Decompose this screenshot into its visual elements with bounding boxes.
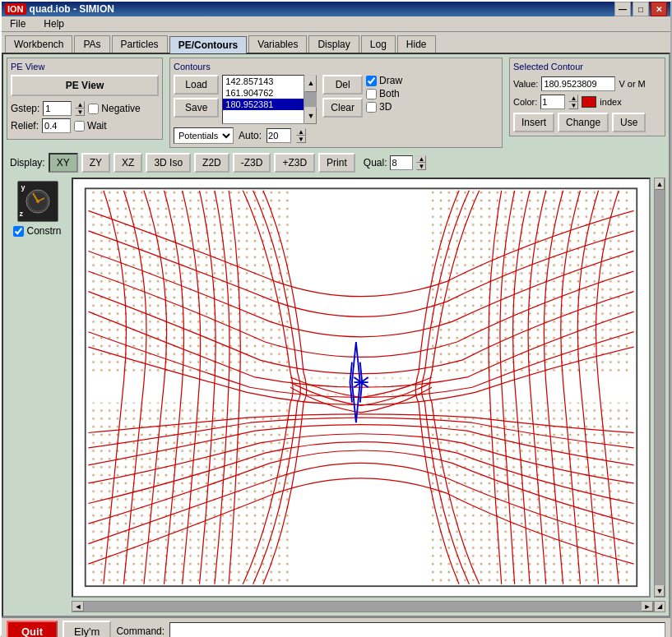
display-z2d-button[interactable]: Z2D (194, 153, 229, 173)
auto-down[interactable]: ▼ (296, 136, 306, 143)
contour-item-1[interactable]: 142.857143 (223, 76, 304, 87)
close-button[interactable]: ✕ (651, 2, 667, 16)
wait-label: Wait (87, 120, 107, 132)
tab-display[interactable]: Display (308, 35, 359, 53)
clear-button[interactable]: Clear (322, 98, 363, 118)
tab-pe-contours[interactable]: PE/Contours (169, 36, 248, 53)
hscroll-left-button[interactable]: ◄ (72, 602, 84, 612)
sc-value-input[interactable] (541, 76, 615, 91)
contour-list[interactable]: 142.857143 161.904762 180.952381 (222, 75, 304, 124)
display-negz3d-button[interactable]: -Z3D (233, 153, 271, 173)
pe-view-section: PE View PE View Gstep: ▲ ▼ Negative Reli… (7, 58, 163, 140)
sc-action-buttons: Insert Change Use (513, 113, 661, 132)
auto-label: Auto: (239, 130, 262, 141)
compass: y z (17, 181, 58, 222)
color-swatch (582, 96, 596, 108)
app-window: ION quad.iob - SIMION — □ ✕ File Help Wo… (0, 0, 672, 637)
scrollbar-bottom-row: ◄ ► ◢ (72, 601, 665, 612)
change-button[interactable]: Change (558, 113, 609, 132)
auto-input[interactable] (266, 128, 291, 143)
constrain-checkbox[interactable] (13, 226, 24, 237)
scroll-up-button[interactable]: ▲ (655, 178, 665, 190)
del-button[interactable]: Del (322, 75, 363, 95)
draw-check-label: Draw (366, 75, 402, 86)
contours-inner: Load Save 142.857143 161.904762 180.9523… (174, 75, 498, 124)
sc-value-suffix: V or M (619, 79, 645, 89)
main-panel: PE View PE View Gstep: ▲ ▼ Negative Reli… (2, 53, 670, 617)
negative-checkbox[interactable] (88, 104, 99, 114)
gstep-up[interactable]: ▲ (75, 101, 85, 108)
minimize-button[interactable]: — (614, 2, 631, 16)
qual-label: Qual: (364, 157, 387, 168)
plot-svg (73, 179, 649, 596)
tab-pas[interactable]: PAs (74, 35, 109, 53)
contour-item-3[interactable]: 180.952381 (223, 99, 304, 110)
3d-checkbox[interactable] (366, 102, 377, 113)
scroll-corner: ◢ (654, 601, 665, 612)
compass-y-label: y (21, 183, 25, 192)
qual-down[interactable]: ▼ (416, 163, 426, 170)
checks-area: Draw Both 3D (366, 75, 402, 113)
both-checkbox[interactable] (366, 89, 377, 99)
load-button[interactable]: Load (174, 75, 219, 95)
tab-particles[interactable]: Particles (112, 35, 168, 53)
title-bar-controls: — □ ✕ (614, 2, 667, 16)
tab-variables[interactable]: Variables (248, 35, 307, 53)
title-bar-left: ION quad.iob - SIMION (5, 3, 114, 15)
display-3diso-button[interactable]: 3D Iso (146, 153, 191, 173)
list-scroll-up[interactable]: ▲ (304, 75, 317, 92)
elym-button[interactable]: Ely'm (63, 621, 111, 638)
sc-color-input[interactable] (540, 95, 565, 109)
constrain-row: Constrn (13, 225, 61, 237)
display-posz3d-button[interactable]: +Z3D (274, 153, 315, 173)
list-scroll-down[interactable]: ▼ (304, 107, 317, 124)
sc-color-spinner: ▲ ▼ (568, 95, 578, 109)
contour-list-area: 142.857143 161.904762 180.952381 ▲ ▼ (222, 75, 304, 124)
maximize-button[interactable]: □ (633, 2, 649, 16)
display-zy-button[interactable]: ZY (81, 153, 110, 173)
wait-checkbox[interactable] (74, 121, 85, 132)
pe-view-button[interactable]: PE View (11, 75, 159, 96)
sc-color-row: Color: ▲ ▼ index (513, 95, 661, 109)
display-xz-button[interactable]: XZ (114, 153, 142, 173)
hscroll-track (84, 602, 642, 612)
both-check-label: Both (366, 88, 402, 99)
quit-button[interactable]: Quit (7, 621, 58, 638)
scrollbar-right[interactable]: ▲ ▼ (654, 178, 665, 598)
relief-input[interactable] (42, 118, 71, 133)
sc-color-up[interactable]: ▲ (568, 95, 578, 102)
tab-workbench[interactable]: Workbench (5, 35, 72, 53)
qual-up[interactable]: ▲ (416, 155, 426, 163)
main-viewport[interactable] (72, 178, 651, 598)
horizontal-scrollbar[interactable]: ◄ ► (72, 601, 654, 612)
tab-hide[interactable]: Hide (397, 35, 436, 53)
draw-checkbox[interactable] (366, 76, 377, 86)
command-input[interactable] (169, 622, 665, 637)
menu-file[interactable]: File (5, 16, 30, 31)
pe-view-title: PE View (11, 62, 159, 72)
selected-contour-section: Selected Contour Value: V or M Color: ▲ … (509, 58, 665, 136)
selected-contour-title: Selected Contour (513, 62, 661, 72)
gstep-input[interactable] (43, 101, 72, 116)
contours-section: Contours Load Save 142.857143 161.904762… (169, 58, 503, 148)
potentials-dropdown[interactable]: Potentials Fields Energy (174, 127, 234, 144)
qual-input[interactable] (390, 155, 413, 170)
display-label: Display: (10, 157, 45, 168)
display-xy-button[interactable]: XY (49, 153, 78, 173)
insert-button[interactable]: Insert (513, 113, 554, 132)
tab-log[interactable]: Log (361, 35, 396, 53)
hscroll-right-button[interactable]: ► (642, 602, 653, 612)
gstep-down[interactable]: ▼ (75, 108, 85, 116)
sc-color-down[interactable]: ▼ (568, 102, 578, 109)
auto-up[interactable]: ▲ (296, 128, 306, 136)
menu-help[interactable]: Help (39, 16, 69, 31)
save-button[interactable]: Save (174, 98, 219, 118)
negative-check-label: Negative (88, 103, 140, 114)
display-print-button[interactable]: Print (318, 153, 355, 173)
use-button[interactable]: Use (612, 113, 646, 132)
qual-spinner: ▲ ▼ (416, 155, 426, 170)
left-panel: y z Constrn (7, 178, 68, 598)
window-title: quad.iob - SIMION (30, 3, 114, 15)
scroll-down-button[interactable]: ▼ (655, 585, 665, 597)
contour-item-2[interactable]: 161.904762 (223, 87, 304, 99)
